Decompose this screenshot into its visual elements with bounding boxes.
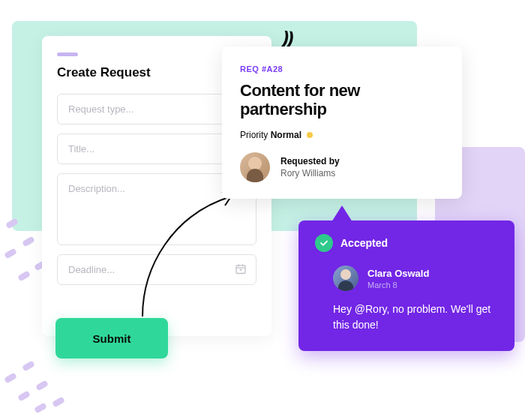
priority-label: Priority [240,130,268,140]
requester-name: Rory Williams [280,168,340,178]
priority-row: Priority Normal [240,130,444,140]
requested-by-label: Requested by [280,156,340,166]
decor-dash [4,373,17,384]
decor-dash [34,403,47,414]
decor-dash [52,397,65,408]
request-title: Content for new partnership [240,81,444,119]
decor-dash [35,380,49,392]
calendar-icon [235,262,247,277]
responder-block: Clara Oswald March 8 [333,266,498,291]
accent-bar [57,52,78,56]
requester-avatar [240,152,270,182]
response-date: March 8 [368,280,429,290]
deadline-placeholder: Deadline... [68,264,115,275]
accepted-card: Accepted Clara Oswald March 8 Hey @Rory,… [298,220,514,351]
decor-dash [22,236,35,248]
speech-tail-icon [332,206,352,222]
request-detail-card: REQ #A28 Content for new partnership Pri… [222,46,462,199]
priority-dot-icon [307,132,313,138]
request-type-placeholder: Request type... [68,104,134,115]
response-message: Hey @Rory, no problem. We'll get this do… [333,302,498,333]
requester-block: Requested by Rory Williams [240,152,444,182]
request-id: REQ #A28 [240,64,444,74]
decor-dash [22,361,35,372]
priority-value: Normal [271,130,302,140]
accepted-status-label: Accepted [340,237,388,249]
description-placeholder: Description... [68,183,125,194]
responder-avatar [333,266,358,291]
submit-button[interactable]: Submit [56,318,168,358]
accepted-header: Accepted [315,234,498,252]
decor-dash [17,391,31,402]
deadline-input[interactable]: Deadline... [57,254,256,285]
title-placeholder: Title... [68,143,94,154]
decor-dash [17,271,31,282]
check-icon [315,234,333,252]
submit-label: Submit [93,332,131,345]
decor-dash [4,248,17,260]
responder-name: Clara Oswald [368,268,429,279]
